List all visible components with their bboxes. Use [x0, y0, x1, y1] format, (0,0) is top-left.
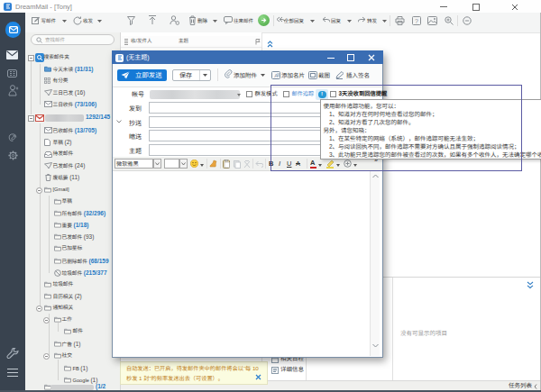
svg-text:?: ? [415, 17, 418, 23]
